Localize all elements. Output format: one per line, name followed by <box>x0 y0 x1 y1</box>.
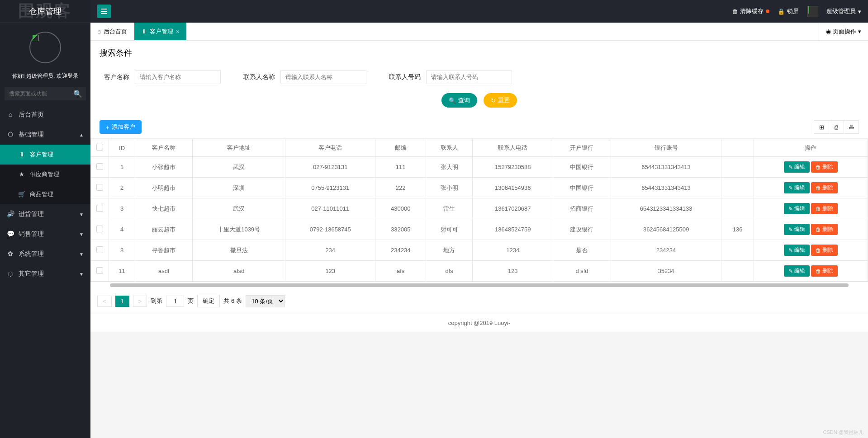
客户名称-input[interactable] <box>135 70 221 84</box>
table-row: 3快七超市武汉027-11011011430000雷生13617020687招商… <box>91 198 868 219</box>
edit-button[interactable]: ✎ 编辑 <box>784 182 810 193</box>
toolbar: + 添加客户 ⊞ ⎙ 🖶 <box>90 116 868 139</box>
confirm-page-button[interactable]: 确定 <box>197 295 220 307</box>
pagination: < 1 > 到第 页 确定 共 6 条 10 条/页 <box>90 288 868 314</box>
query-button[interactable]: 🔍 查询 <box>441 93 477 108</box>
page-ops-label: 页面操作 <box>833 28 856 36</box>
lock-button[interactable]: 🔒 锁屏 <box>778 7 799 15</box>
menu-icon: ⬡ <box>7 131 14 138</box>
reset-button[interactable]: ↻ 重置 <box>484 93 517 108</box>
hamburger-icon[interactable] <box>97 5 111 18</box>
sidebar-item-基础管理[interactable]: ⬡基础管理▲ <box>0 125 90 145</box>
联系人名称-input[interactable] <box>280 70 366 84</box>
menu-icon: 💬 <box>7 230 14 237</box>
cell-tel: 027-11011011 <box>285 198 375 219</box>
sidebar-item-供应商管理[interactable]: ★供应商管理 <box>0 165 90 184</box>
cell-acct: 35234 <box>611 261 721 282</box>
menu-label: 客户管理 <box>30 151 53 158</box>
tab-后台首页[interactable]: ⌂后台首页 <box>90 23 134 40</box>
select-all-checkbox[interactable] <box>96 144 103 151</box>
cell-ext <box>721 261 754 282</box>
row-checkbox[interactable] <box>96 184 103 191</box>
logo-text: 仓库管理 <box>29 6 62 17</box>
th-10 <box>721 139 754 157</box>
delete-button[interactable]: 🗑 删除 <box>811 182 838 193</box>
delete-button[interactable]: 🗑 删除 <box>811 203 838 214</box>
delete-button[interactable]: 🗑 删除 <box>811 265 838 277</box>
close-icon[interactable]: × <box>176 28 180 35</box>
sidebar-item-商品管理[interactable]: 🛒商品管理 <box>0 184 90 204</box>
cell-ctel: 15279230588 <box>473 157 553 178</box>
delete-button[interactable]: 🗑 删除 <box>811 224 838 235</box>
table-row: 8寻鲁超市撒旦法234234234地方1234是否234234✎ 编辑 🗑 删除 <box>91 240 868 261</box>
trash-icon: 🗑 <box>816 185 821 191</box>
columns-icon[interactable]: ⊞ <box>814 120 829 134</box>
menu-label: 系统管理 <box>19 250 44 257</box>
panel-title: 搜索条件 <box>90 41 868 63</box>
user-avatar[interactable] <box>807 6 818 17</box>
clear-cache-label: 清除缓存 <box>740 7 764 15</box>
row-checkbox[interactable] <box>96 163 103 170</box>
page-1-button[interactable]: 1 <box>115 296 129 307</box>
horizontal-scrollbar[interactable] <box>90 282 868 288</box>
sidebar-item-进货管理[interactable]: 🔊进货管理▼ <box>0 204 90 224</box>
export-icon[interactable]: ⎙ <box>829 120 844 134</box>
th-5: 邮编 <box>375 139 426 157</box>
cell-zip: 234234 <box>375 240 426 261</box>
联系人号码-input[interactable] <box>426 70 512 84</box>
cell-ctel: 1234 <box>473 240 553 261</box>
edit-button[interactable]: ✎ 编辑 <box>784 161 810 173</box>
sidebar-item-系统管理[interactable]: ✿系统管理▼ <box>0 244 90 264</box>
print-icon[interactable]: 🖶 <box>844 120 859 134</box>
row-checkbox[interactable] <box>96 267 103 274</box>
edit-button[interactable]: ✎ 编辑 <box>784 203 810 214</box>
menu-label: 后台首页 <box>19 111 44 118</box>
next-page-button[interactable]: > <box>133 296 147 307</box>
cell-bank: 招商银行 <box>553 198 611 219</box>
table-wrap: ID客户名称客户地址客户电话邮编联系人联系人电话开户银行银行账号操作 1小张超市… <box>90 139 868 282</box>
th-4: 客户电话 <box>285 139 375 157</box>
cell-ops: ✎ 编辑 🗑 删除 <box>754 178 868 198</box>
row-checkbox[interactable] <box>96 205 103 212</box>
row-checkbox[interactable] <box>96 226 103 232</box>
sidebar-item-其它管理[interactable]: ◌其它管理▼ <box>0 264 90 284</box>
tab-客户管理[interactable]: ⏸客户管理× <box>134 23 187 40</box>
edit-button[interactable]: ✎ 编辑 <box>784 245 810 256</box>
menu-icon: 🛒 <box>18 191 25 198</box>
sidebar-item-客户管理[interactable]: ⏸客户管理 <box>0 145 90 165</box>
row-checkbox[interactable] <box>96 246 103 253</box>
prev-page-button[interactable]: < <box>97 296 112 307</box>
search-icon[interactable]: 🔍 <box>73 89 82 98</box>
form-item: 联系人号码 <box>389 70 512 84</box>
chevron-down-icon: ▾ <box>858 28 861 35</box>
form-label: 联系人名称 <box>243 73 275 81</box>
page-input[interactable] <box>166 296 184 307</box>
tabs-row: ⌂后台首页⏸客户管理× ◉ 页面操作 ▾ <box>90 23 868 41</box>
user-dropdown[interactable]: 超级管理员 ▾ <box>826 7 861 15</box>
cell-ops: ✎ 编辑 🗑 删除 <box>754 261 868 282</box>
delete-button[interactable]: 🗑 删除 <box>811 245 838 256</box>
menu-label: 进货管理 <box>19 210 44 217</box>
cell-addr: 武汉 <box>193 157 285 178</box>
sidebar-item-后台首页[interactable]: ⌂后台首页 <box>0 105 90 125</box>
cell-id: 3 <box>109 198 135 219</box>
edit-button[interactable]: ✎ 编辑 <box>784 265 810 277</box>
cell-addr: 深圳 <box>193 178 285 198</box>
bottom-watermark: CSDN @我是林儿 <box>823 429 863 436</box>
sidebar-item-销售管理[interactable]: 💬销售管理▼ <box>0 224 90 244</box>
page-operations-dropdown[interactable]: ◉ 页面操作 ▾ <box>819 23 868 40</box>
menu-label: 基础管理 <box>19 131 44 138</box>
cell-ctel: 123 <box>473 261 553 282</box>
form-item: 联系人名称 <box>243 70 366 84</box>
per-page-select[interactable]: 10 条/页 <box>246 295 285 307</box>
plus-icon: + <box>106 124 109 131</box>
cell-contact: 雷生 <box>426 198 472 219</box>
edit-button[interactable]: ✎ 编辑 <box>784 224 810 235</box>
cell-tel: 123 <box>285 261 375 282</box>
avatar[interactable] <box>29 32 61 63</box>
clear-cache-button[interactable]: 🗑 清除缓存 <box>732 7 769 15</box>
add-customer-button[interactable]: + 添加客户 <box>100 120 142 134</box>
delete-button[interactable]: 🗑 删除 <box>811 161 838 173</box>
cell-bank: 建设银行 <box>553 219 611 240</box>
trash-icon: 🗑 <box>732 8 738 15</box>
